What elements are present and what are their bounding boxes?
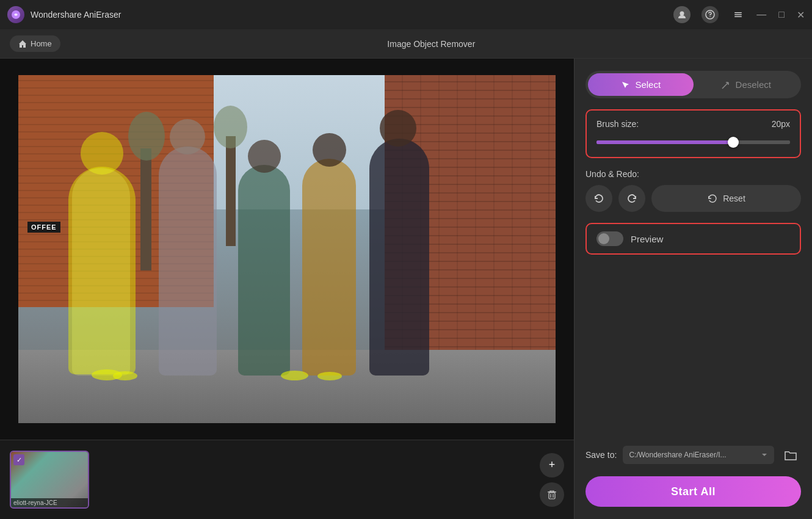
foot-highlight-3 xyxy=(281,371,308,380)
select-button[interactable]: Select xyxy=(588,73,694,96)
save-path-text: C:/Wondershare AniEraser/I... xyxy=(629,451,761,459)
add-image-button[interactable]: + xyxy=(540,453,564,477)
home-button[interactable]: Home xyxy=(10,35,60,52)
foot-highlight-4 xyxy=(317,372,342,380)
start-all-label: Start All xyxy=(671,485,716,498)
brush-section: Brush size: 20px xyxy=(585,109,801,158)
tree-trunk-2 xyxy=(226,136,236,246)
person-2-body xyxy=(159,147,217,376)
svg-rect-8 xyxy=(549,493,555,499)
select-label: Select xyxy=(635,79,661,90)
thumbnail-check: ✓ xyxy=(13,454,24,465)
preview-label: Preview xyxy=(631,234,663,244)
right-panel: Select Deselect Brush size: 20px Undo & … xyxy=(574,59,812,519)
preview-section: Preview xyxy=(585,223,801,255)
svg-point-3 xyxy=(710,16,711,17)
brush-header: Brush size: 20px xyxy=(596,119,790,129)
person-2-head xyxy=(170,119,205,154)
reset-label: Reset xyxy=(723,194,745,203)
delete-image-button[interactable] xyxy=(540,482,564,507)
strip-actions: + xyxy=(540,453,564,507)
svg-rect-4 xyxy=(734,12,742,13)
svg-point-1 xyxy=(680,12,684,16)
tree-top-2 xyxy=(214,106,247,148)
tree-trunk-1 xyxy=(140,148,151,270)
app-title: Wondershare AniEraser xyxy=(31,10,673,20)
brush-size-label: Brush size: xyxy=(596,119,639,129)
undo-redo-label: Undo & Redo: xyxy=(585,169,801,179)
window-controls: — □ ✕ xyxy=(756,9,805,21)
select-deselect-toggle: Select Deselect xyxy=(585,71,801,98)
person-4-head xyxy=(313,133,346,167)
browse-folder-button[interactable] xyxy=(780,445,801,465)
maximize-button[interactable]: □ xyxy=(778,9,785,21)
minimize-button[interactable]: — xyxy=(756,9,766,21)
titlebar: Wondershare AniEraser — □ ✕ xyxy=(0,0,812,29)
canvas-area: OFFEE xyxy=(0,59,574,519)
page-title: Image Object Remover xyxy=(60,39,802,49)
start-all-button[interactable]: Start All xyxy=(585,476,801,507)
coffee-sign: OFFEE xyxy=(27,222,60,233)
brush-size-value: 20px xyxy=(772,119,790,129)
thumbnail-item[interactable]: ✓ eliott-reyna-JCE xyxy=(10,451,89,509)
save-to-label: Save to: xyxy=(585,450,617,460)
app-logo xyxy=(7,6,24,23)
save-path-dropdown[interactable]: C:/Wondershare AniEraser/I... xyxy=(623,446,774,464)
svg-rect-5 xyxy=(734,14,742,15)
support-icon[interactable] xyxy=(701,6,719,23)
close-button[interactable]: ✕ xyxy=(797,9,805,21)
menu-icon[interactable] xyxy=(730,6,747,23)
save-section: Save to: C:/Wondershare AniEraser/I... xyxy=(585,445,801,465)
brush-slider-container xyxy=(596,136,790,148)
undo-row: Reset xyxy=(585,185,801,212)
brush-size-slider[interactable] xyxy=(596,140,790,144)
person-1-body xyxy=(72,168,130,376)
person-3-head xyxy=(248,140,281,173)
preview-toggle[interactable] xyxy=(596,231,623,246)
person-4-body xyxy=(302,159,356,376)
person-3-body xyxy=(238,165,290,376)
thumbnail-label: eliott-reyna-JCE xyxy=(11,498,88,507)
deselect-label: Deselect xyxy=(736,79,771,90)
foot-highlight-2 xyxy=(113,371,137,380)
home-label: Home xyxy=(31,39,52,48)
tree-top-1 xyxy=(128,112,165,161)
titlebar-right-controls xyxy=(673,6,747,23)
bottom-strip: ✓ eliott-reyna-JCE + xyxy=(0,440,574,519)
navbar: Home Image Object Remover xyxy=(0,29,812,59)
person-5-body xyxy=(369,139,429,376)
svg-rect-7 xyxy=(548,492,556,493)
main-area: OFFEE xyxy=(0,59,812,519)
undo-section: Undo & Redo: xyxy=(585,169,801,212)
deselect-button[interactable]: Deselect xyxy=(694,73,799,96)
image-container[interactable]: OFFEE xyxy=(0,59,574,440)
main-scene: OFFEE xyxy=(18,75,556,423)
user-avatar[interactable] xyxy=(673,6,691,23)
redo-button[interactable] xyxy=(618,185,645,212)
svg-rect-6 xyxy=(734,16,742,18)
reset-button[interactable]: Reset xyxy=(651,185,801,212)
undo-button[interactable] xyxy=(585,185,612,212)
person-5-head xyxy=(380,110,416,147)
